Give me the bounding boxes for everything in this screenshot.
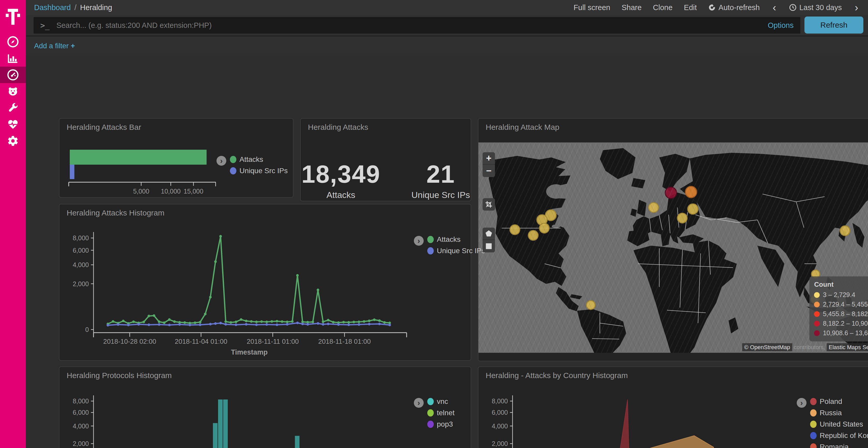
chart-legend: ›PolandRussiaUnited StatesRepublic of Ko…: [797, 398, 868, 448]
legend-item[interactable]: pop3: [427, 420, 455, 428]
svg-text:Timestamp: Timestamp: [231, 348, 268, 356]
legend-label: vnc: [437, 398, 448, 406]
map-legend-dot: [814, 330, 820, 336]
map-legend-dot: [814, 321, 820, 326]
sidebar-item-management[interactable]: [0, 133, 26, 149]
svg-text:2018-10-28 02:00: 2018-10-28 02:00: [103, 338, 156, 345]
time-back-button[interactable]: ‹: [771, 2, 778, 13]
search-box: >_ Options: [34, 17, 800, 34]
world-map[interactable]: + − Co: [478, 142, 868, 353]
legend-label: Unique Src IPs: [437, 247, 485, 255]
filter-bar: Add a filter+: [26, 36, 868, 56]
panel-attacks-bar: Heralding Attacks Bar 5,00010,00015,000 …: [59, 118, 293, 198]
sidebar-item-dashboard[interactable]: [0, 67, 26, 83]
map-legend-item: 3 – 2,729.4: [814, 291, 868, 299]
add-filter-link[interactable]: Add a filter+: [34, 42, 75, 50]
svg-text:6,000: 6,000: [72, 247, 89, 254]
zoom-in-button[interactable]: +: [483, 152, 495, 165]
crop-icon: [485, 201, 493, 208]
panel-attack-map: Heralding Attack Map + −: [478, 118, 868, 361]
legend-color-dot: [810, 409, 816, 416]
legend-item[interactable]: Attacks: [230, 156, 288, 164]
legend-color-dot: [427, 421, 434, 428]
draw-polygon-button[interactable]: [483, 228, 495, 240]
legend-collapse-button[interactable]: ›: [414, 398, 424, 408]
barchart-icon: [7, 53, 19, 64]
attacks-line-chart: 02,0004,0006,0008,0002018-10-28 02:00201…: [59, 204, 411, 359]
osm-link[interactable]: OpenStreetMap: [750, 344, 790, 350]
legend-collapse-button[interactable]: ›: [216, 156, 226, 166]
svg-text:2018-11-04 01:00: 2018-11-04 01:00: [175, 338, 227, 345]
legend-collapse-button[interactable]: ›: [797, 398, 807, 408]
telekom-logo[interactable]: [0, 0, 26, 34]
map-zoom-controls: + −: [483, 152, 495, 177]
map-legend-range: 8,182.2 – 10,908.6: [823, 320, 868, 327]
legend-color-dot: [427, 398, 434, 405]
share-button[interactable]: Share: [622, 3, 642, 12]
legend-item[interactable]: Republic of Korea: [810, 432, 868, 440]
legend-label: Unique Src IPs: [240, 167, 288, 175]
sidebar-item-discover[interactable]: [0, 34, 26, 50]
svg-text:10,000: 10,000: [161, 187, 181, 195]
legend-item[interactable]: Unique Src IPs: [230, 167, 288, 175]
panel-attacks-histogram: Heralding Attacks Histogram 02,0004,0006…: [59, 204, 471, 361]
sidebar-item-dev-tools[interactable]: [0, 100, 26, 116]
attack-location-marker: [539, 223, 549, 233]
legend-title: Count: [814, 280, 868, 288]
legend-label: Republic of Korea: [820, 432, 868, 440]
legend-collapse-button[interactable]: ›: [414, 236, 424, 246]
sidebar-item-monitoring[interactable]: [0, 116, 26, 133]
options-link[interactable]: Options: [768, 21, 794, 30]
refresh-button[interactable]: Refresh: [804, 16, 863, 34]
legend-label: Russia: [820, 409, 842, 417]
ems-link[interactable]: Elastic Maps Service: [827, 343, 868, 351]
legend-item[interactable]: Romania: [810, 443, 868, 448]
legend-item[interactable]: Unique Src IPs: [427, 247, 485, 255]
attack-location-marker: [840, 226, 850, 236]
full-screen-button[interactable]: Full screen: [574, 3, 610, 12]
sidebar-item-apps[interactable]: [0, 83, 26, 100]
protocols-bar-chart: 02,0004,0006,0008,0002018-10-28 02:00201…: [59, 367, 411, 448]
time-range-picker[interactable]: Last 30 days: [789, 3, 842, 12]
auto-refresh-button[interactable]: Auto-refresh: [708, 3, 760, 12]
map-legend-range: 3 – 2,729.4: [823, 291, 855, 299]
panel-attacks-metric: Heralding Attacks 18,349 Attacks 21 Uniq…: [300, 118, 471, 201]
gear-icon: [7, 135, 19, 147]
svg-text:0: 0: [85, 326, 89, 333]
panel-protocols-histogram: Heralding Protocols Histogram 02,0004,00…: [59, 367, 471, 448]
clock-icon: [789, 4, 797, 11]
attack-location-marker: [688, 204, 698, 214]
legend-color-dot: [427, 236, 434, 243]
legend-item[interactable]: Poland: [810, 398, 868, 406]
svg-text:8,000: 8,000: [72, 398, 89, 405]
chart-legend: ›AttacksUnique Src IPs: [414, 235, 485, 255]
query-prompt-icon: >_: [40, 21, 50, 30]
breadcrumb-current: Heralding: [80, 3, 112, 12]
draw-rectangle-button[interactable]: [483, 240, 495, 252]
zoom-out-button[interactable]: −: [483, 165, 495, 177]
map-attribution: © OpenStreetMap contributors, Elastic Ma…: [742, 344, 868, 351]
time-forward-button[interactable]: ›: [853, 2, 860, 13]
metric-unique-ips: 21 Unique Src IPs: [411, 160, 470, 200]
svg-text:2,000: 2,000: [72, 280, 89, 287]
nav-actions: Full screen Share Clone Edit Auto-refres…: [574, 2, 860, 13]
legend-item[interactable]: Russia: [810, 409, 868, 417]
legend-item[interactable]: United States: [810, 420, 868, 428]
legend-color-dot: [427, 409, 434, 416]
edit-button[interactable]: Edit: [684, 3, 697, 12]
clone-button[interactable]: Clone: [653, 3, 673, 12]
top-navbar: Dashboard / Heralding Full screen Share …: [26, 0, 868, 15]
crop-filter-button[interactable]: [483, 198, 495, 211]
attack-location-marker: [665, 187, 677, 199]
legend-item[interactable]: vnc: [427, 398, 455, 406]
app-sidebar: [0, 0, 26, 448]
heartbeat-icon: [7, 118, 19, 130]
sidebar-item-visualize[interactable]: [0, 50, 26, 67]
breadcrumb-dashboard-link[interactable]: Dashboard: [34, 3, 71, 12]
search-input[interactable]: [56, 21, 763, 30]
legend-item[interactable]: Attacks: [427, 235, 485, 244]
map-legend-item: 5,455.8 – 8,182.2: [814, 310, 868, 318]
map-count-legend: Count 3 – 2,729.42,729.4 – 5,455.85,455.…: [809, 276, 868, 341]
compass-icon: [7, 36, 19, 48]
legend-item[interactable]: telnet: [427, 409, 455, 417]
